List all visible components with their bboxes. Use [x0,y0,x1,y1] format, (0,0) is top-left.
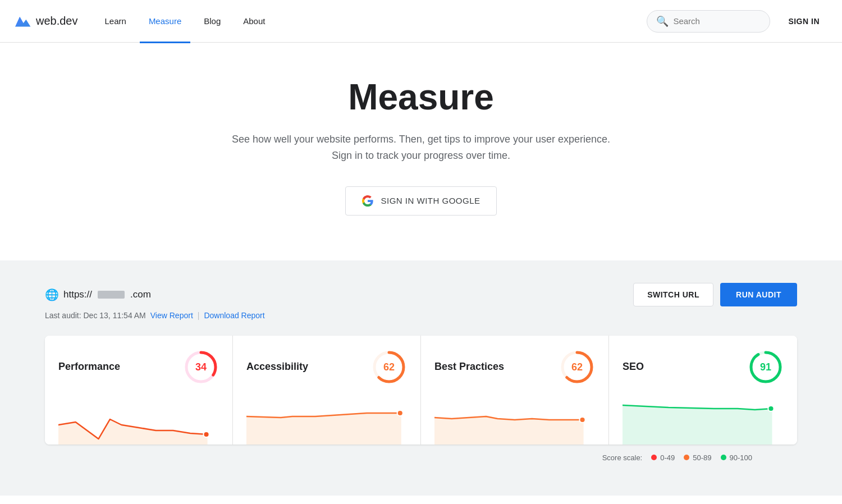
last-audit-label: Last audit: Dec 13, 11:54 AM [45,311,146,320]
score-card-header: Best Practices 62 [434,349,595,385]
gauge-circle: 91 [748,349,784,385]
nav-about[interactable]: About [234,1,274,43]
scale-range-good: 90-100 [730,453,752,462]
svg-point-13 [768,406,774,411]
score-card-title: Best Practices [434,361,504,373]
mini-chart [434,394,595,445]
score-card-header: Accessibility 62 [246,349,407,385]
audit-header: 🌐 https://.com SWITCH URL RUN AUDIT [45,283,797,306]
google-signin-label: SIGN IN WITH GOOGLE [381,196,480,205]
logo-link[interactable]: web.dev [13,12,78,30]
scale-item-good: 90-100 [721,453,752,462]
scale-item-average: 50-89 [684,453,711,462]
svg-point-7 [397,410,403,416]
hero-subtitle: See how well your website performs. Then… [13,131,829,164]
gauge-circle: 34 [183,349,219,385]
url-redacted [98,291,125,299]
score-card-title: Performance [58,361,120,373]
hero-section: Measure See how well your website perfor… [0,43,842,260]
hero-title: Measure [13,76,829,118]
google-g-icon [361,195,374,207]
logo-icon [13,12,31,30]
google-signin-button[interactable]: SIGN IN WITH GOOGLE [345,186,496,216]
nav-right: 🔍 SIGN IN [647,10,829,33]
globe-icon: 🌐 [45,288,59,301]
score-card-header: Performance 34 [58,349,219,385]
score-card-seo: SEO 91 [609,336,797,445]
search-box[interactable]: 🔍 [647,10,770,33]
gauge-number: 62 [571,361,583,373]
gauge-circle: 62 [559,349,595,385]
scale-range-average: 50-89 [693,453,711,462]
navbar: web.dev Learn Measure Blog About 🔍 SIGN … [0,0,842,43]
logo-text: web.dev [36,15,78,28]
audit-meta: Last audit: Dec 13, 11:54 AM View Report… [45,311,797,320]
svg-point-10 [579,417,585,423]
nav-learn[interactable]: Learn [96,1,135,43]
scale-range-fail: 0-49 [660,453,675,462]
nav-measure[interactable]: Measure [140,1,190,43]
nav-links: Learn Measure Blog About [96,0,647,43]
audit-section: 🌐 https://.com SWITCH URL RUN AUDIT Last… [0,260,842,496]
url-suffix: .com [130,289,151,300]
switch-url-button[interactable]: SWITCH URL [633,283,713,306]
search-icon: 🔍 [656,15,669,28]
audit-buttons: SWITCH URL RUN AUDIT [633,283,797,306]
svg-point-4 [203,432,209,437]
score-card-performance: Performance 34 [45,336,233,445]
gauge-number: 62 [383,361,395,373]
score-card-header: SEO 91 [623,349,784,385]
scale-dot-good [721,455,726,460]
scale-item-fail: 0-49 [651,453,675,462]
audit-url: 🌐 https://.com [45,288,151,301]
sign-in-link[interactable]: SIGN IN [779,12,829,30]
search-input[interactable] [673,16,761,26]
scale-dot-average [684,455,689,460]
mini-chart [623,394,784,445]
gauge-circle: 62 [371,349,407,385]
separator: | [198,311,200,320]
run-audit-button[interactable]: RUN AUDIT [720,283,797,306]
scale-dot-fail [651,455,657,460]
mini-chart [58,394,219,445]
gauge-number: 91 [760,361,771,373]
score-cards: Performance 34 Accessibility [45,336,797,445]
score-card-title: Accessibility [246,361,308,373]
gauge-number: 34 [195,361,207,373]
scale-label: Score scale: [602,453,643,462]
url-prefix: https:// [63,289,92,300]
score-card-accessibility: Accessibility 62 [233,336,421,445]
view-report-link[interactable]: View Report [150,311,193,320]
download-report-link[interactable]: Download Report [204,311,264,320]
score-scale: Score scale: 0-49 50-89 90-100 [45,445,797,462]
mini-chart [246,394,407,445]
nav-blog[interactable]: Blog [195,1,230,43]
score-card-title: SEO [623,361,644,373]
score-card-best-practices: Best Practices 62 [421,336,609,445]
